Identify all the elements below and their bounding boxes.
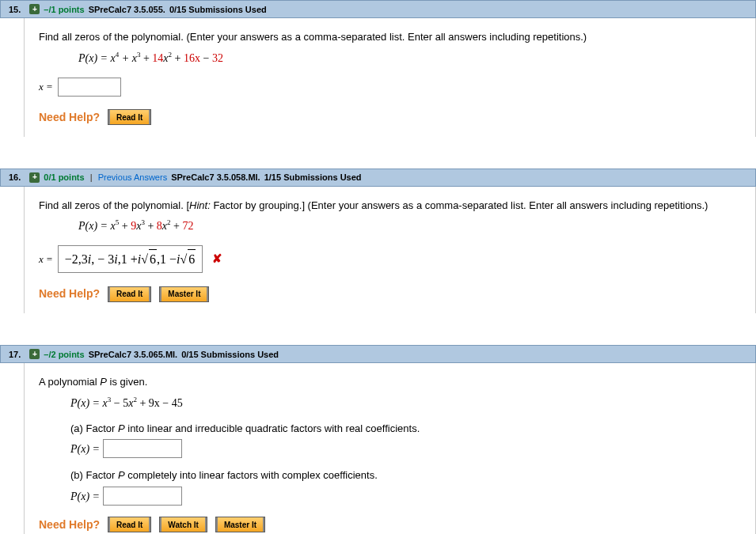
- submissions-label: 0/15 Submissions Used: [181, 350, 279, 359]
- question-reference: SPreCalc7 3.5.065.MI.: [89, 350, 178, 359]
- previous-answers-link[interactable]: Previous Answers: [98, 172, 167, 182]
- part-a-input[interactable]: [103, 439, 182, 458]
- points-label: –/1 points: [44, 5, 84, 14]
- need-help-label: Need Help?: [39, 517, 100, 533]
- read-it-button[interactable]: Read It: [108, 517, 151, 532]
- question-body: Find all zeros of the polynomial. (Enter…: [24, 18, 756, 137]
- question-17: 17. + –/2 points SPreCalc7 3.5.065.MI. 0…: [0, 345, 756, 534]
- plus-icon[interactable]: +: [29, 349, 40, 359]
- question-reference: SPreCalc7 3.5.055.: [89, 5, 165, 14]
- points-label: 0/1 points: [44, 172, 84, 182]
- question-number: 16.: [9, 172, 25, 182]
- read-it-button[interactable]: Read It: [108, 109, 151, 125]
- answer-label: x =: [39, 79, 53, 95]
- points-label: –/2 points: [44, 350, 84, 359]
- plus-icon[interactable]: +: [29, 4, 40, 14]
- answer-row: x =: [39, 78, 741, 97]
- question-header: 16. + 0/1 points | Previous Answers SPre…: [0, 169, 756, 187]
- prompt-text: Find all zeros of the polynomial. [Hint:…: [39, 198, 741, 214]
- question-header: 17. + –/2 points SPreCalc7 3.5.065.MI. 0…: [0, 345, 756, 363]
- master-it-button[interactable]: Master It: [159, 286, 209, 302]
- polynomial-formula: P(x) = x5 + 9x3 + 8x2 + 72: [78, 218, 741, 234]
- watch-it-button[interactable]: Watch It: [159, 517, 207, 532]
- need-help-row: Need Help? Read It Master It: [39, 286, 741, 302]
- part-b-answer-row: P(x) =: [70, 487, 741, 506]
- question-number: 17.: [9, 350, 25, 359]
- question-body: A polynomial P is given. P(x) = x3 − 5x2…: [24, 363, 756, 534]
- part-b-prompt: (b) Factor P completely into linear fact…: [70, 468, 741, 483]
- separator: |: [89, 172, 94, 182]
- question-16: 16. + 0/1 points | Previous Answers SPre…: [0, 169, 756, 314]
- plus-icon[interactable]: +: [29, 172, 40, 183]
- polynomial-formula: P(x) = x4 + x3 + 14x2 + 16x − 32: [78, 50, 741, 66]
- answer-box-wrong[interactable]: −2,3i, − 3i,1 + i√6 ,1 − i√6: [58, 245, 203, 273]
- submissions-label: 0/15 Submissions Used: [169, 5, 267, 14]
- part-b-input[interactable]: [103, 487, 182, 506]
- part-a-prompt: (a) Factor P into linear and irreducible…: [70, 421, 741, 437]
- polynomial-formula: P(x) = x3 − 5x2 + 9x − 45: [70, 395, 741, 411]
- need-help-label: Need Help?: [39, 109, 100, 126]
- prompt-text: Find all zeros of the polynomial. (Enter…: [39, 29, 741, 45]
- prompt-text: A polynomial P is given.: [39, 374, 741, 390]
- answer-label: x =: [39, 252, 53, 267]
- read-it-button[interactable]: Read It: [108, 286, 151, 302]
- question-reference: SPreCalc7 3.5.058.MI.: [171, 172, 260, 182]
- wrong-icon: ✘: [207, 250, 222, 268]
- master-it-button[interactable]: Master It: [215, 517, 265, 532]
- answer-input[interactable]: [58, 78, 121, 97]
- need-help-row: Need Help? Read It Watch It Master It: [39, 517, 741, 533]
- submissions-label: 1/15 Submissions Used: [264, 172, 362, 182]
- question-15: 15. + –/1 points SPreCalc7 3.5.055. 0/15…: [0, 0, 756, 137]
- answer-row: x = −2,3i, − 3i,1 + i√6 ,1 − i√6 ✘: [39, 245, 741, 273]
- need-help-label: Need Help?: [39, 286, 100, 302]
- question-body: Find all zeros of the polynomial. [Hint:…: [24, 187, 756, 314]
- question-number: 15.: [9, 5, 25, 14]
- need-help-row: Need Help? Read It: [39, 109, 741, 126]
- question-header: 15. + –/1 points SPreCalc7 3.5.055. 0/15…: [0, 0, 756, 18]
- part-a-answer-row: P(x) =: [70, 439, 741, 458]
